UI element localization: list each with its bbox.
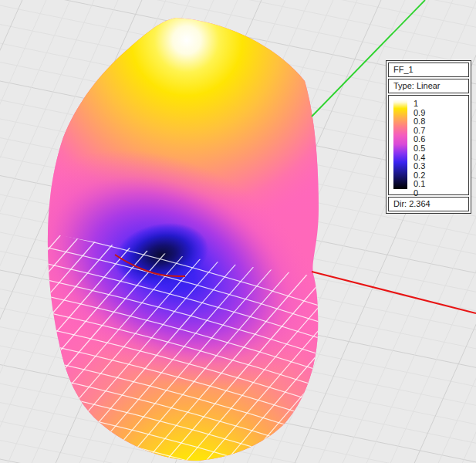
colorbar-tick-label: 0.9 bbox=[414, 108, 425, 117]
colorbar-tick-label: 0.8 bbox=[414, 117, 425, 126]
colorbar-tick-label: 0 bbox=[414, 189, 418, 198]
colorbar-tick-label: 0.6 bbox=[414, 135, 425, 144]
legend-colorbar-box: 10.90.80.70.60.50.40.30.20.10 bbox=[388, 95, 469, 195]
colorbar-tick-label: 1 bbox=[414, 100, 418, 108]
legend-type-label: Type: Linear bbox=[393, 81, 441, 90]
colorbar-tick-label: 0.1 bbox=[414, 180, 425, 188]
3d-farfield-viewport[interactable]: FF_1 Type: Linear 10.90.80.70.60.50.40.3… bbox=[0, 0, 476, 463]
legend-title-box: FF_1 bbox=[388, 63, 469, 77]
colorbar-tick-label: 0.3 bbox=[414, 162, 425, 171]
colorbar-tick-label: 0.5 bbox=[414, 144, 425, 153]
legend-dir-box: Dir: 2.364 bbox=[388, 197, 469, 211]
colorbar bbox=[393, 100, 407, 189]
colorbar-tick-label: 0.4 bbox=[414, 153, 425, 161]
colorbar-tick-label: 0.7 bbox=[414, 126, 425, 134]
colorbar-tick-label: 0.2 bbox=[414, 171, 425, 179]
legend-type-box: Type: Linear bbox=[388, 79, 469, 93]
legend-title: FF_1 bbox=[393, 65, 414, 74]
colorbar-ticks: 10.90.80.70.60.50.40.30.20.10 bbox=[414, 96, 468, 194]
farfield-legend: FF_1 Type: Linear 10.90.80.70.60.50.40.3… bbox=[386, 60, 471, 214]
legend-dir-label: Dir: 2.364 bbox=[393, 199, 430, 208]
